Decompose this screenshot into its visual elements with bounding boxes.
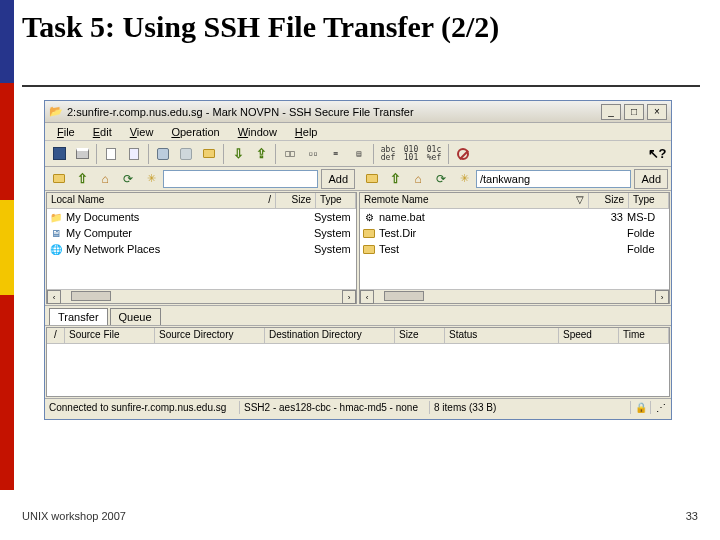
local-sort-icon[interactable]: / bbox=[268, 194, 271, 207]
remote-col-type[interactable]: Type bbox=[629, 193, 669, 208]
transfer-list[interactable] bbox=[47, 344, 669, 396]
app-icon: 📂 bbox=[49, 105, 63, 119]
menu-help[interactable]: Help bbox=[287, 125, 326, 139]
status-grip-icon[interactable]: ⋰ bbox=[651, 401, 671, 414]
menu-view[interactable]: View bbox=[122, 125, 162, 139]
bottom-tabs: Transfer Queue bbox=[45, 306, 671, 326]
folder-icon bbox=[362, 226, 376, 240]
local-file-list[interactable]: 📁My DocumentsSystem 🖥My ComputerSystem 🌐… bbox=[47, 209, 356, 289]
list-item: 🌐My Network PlacesSystem bbox=[47, 241, 356, 257]
local-add-button[interactable]: Add bbox=[321, 169, 355, 189]
menu-operation[interactable]: Operation bbox=[163, 125, 227, 139]
transfer-col-time[interactable]: Time bbox=[619, 328, 669, 343]
scroll-left-icon: ‹ bbox=[47, 290, 61, 304]
download-icon[interactable]: ⇩ bbox=[227, 143, 249, 165]
local-hscroll[interactable]: ‹ › bbox=[47, 289, 356, 303]
remote-file-list[interactable]: ⚙name.bat33MS-D Test.DirFolde TestFolde bbox=[360, 209, 669, 289]
local-newfolder-icon[interactable] bbox=[48, 168, 70, 190]
folder-icon: 📁 bbox=[49, 210, 63, 224]
transfer-col-status[interactable]: Status bbox=[445, 328, 559, 343]
disconnect-icon[interactable] bbox=[175, 143, 197, 165]
location-bars: ⇧ ⌂ ⟳ ✳ Add ⇧ ⌂ ⟳ ✳ Add bbox=[45, 167, 671, 191]
remote-add-button[interactable]: Add bbox=[634, 169, 668, 189]
scroll-left-icon: ‹ bbox=[360, 290, 374, 304]
paste-icon[interactable] bbox=[123, 143, 145, 165]
remote-path-input[interactable] bbox=[476, 170, 631, 188]
maximize-button[interactable]: □ bbox=[624, 104, 644, 120]
transfer-col-source-dir[interactable]: Source Directory bbox=[155, 328, 265, 343]
list-item: 📁My DocumentsSystem bbox=[47, 209, 356, 225]
menu-window[interactable]: Window bbox=[230, 125, 285, 139]
remote-home-icon[interactable]: ⌂ bbox=[407, 168, 429, 190]
remote-sort-icon[interactable]: ▽ bbox=[576, 194, 584, 207]
local-favorite-icon[interactable]: ✳ bbox=[140, 168, 162, 190]
view-details-icon[interactable]: ▤ bbox=[348, 143, 370, 165]
remote-location-bar: ⇧ ⌂ ⟳ ✳ Add bbox=[358, 167, 671, 190]
view-large-icon[interactable]: □□ bbox=[279, 143, 301, 165]
menu-file[interactable]: File bbox=[49, 125, 83, 139]
transfer-col-speed[interactable]: Speed bbox=[559, 328, 619, 343]
titlebar[interactable]: 📂 2:sunfire-r.comp.nus.edu.sg - Mark NOV… bbox=[45, 101, 671, 123]
remote-newfolder-icon[interactable] bbox=[361, 168, 383, 190]
binary-mode-icon[interactable]: 010 101 bbox=[400, 143, 422, 165]
list-item: ⚙name.bat33MS-D bbox=[360, 209, 669, 225]
remote-col-name[interactable]: Remote Name bbox=[364, 194, 428, 207]
copy-icon[interactable] bbox=[100, 143, 122, 165]
window-title: 2:sunfire-r.comp.nus.edu.sg - Mark NOVPN… bbox=[67, 106, 601, 118]
ascii-mode-icon[interactable]: abc def bbox=[377, 143, 399, 165]
scroll-right-icon: › bbox=[655, 290, 669, 304]
remote-hscroll[interactable]: ‹ › bbox=[360, 289, 669, 303]
footer-left: UNIX workshop 2007 bbox=[22, 510, 126, 522]
ssh-file-transfer-window: 📂 2:sunfire-r.comp.nus.edu.sg - Mark NOV… bbox=[44, 100, 672, 420]
list-item: 🖥My ComputerSystem bbox=[47, 225, 356, 241]
menu-edit[interactable]: Edit bbox=[85, 125, 120, 139]
local-path-input[interactable] bbox=[163, 170, 318, 188]
status-items: 8 items (33 B) bbox=[430, 401, 631, 414]
print-icon[interactable] bbox=[71, 143, 93, 165]
transfer-col-dest-dir[interactable]: Destination Directory bbox=[265, 328, 395, 343]
minimize-button[interactable]: _ bbox=[601, 104, 621, 120]
local-col-size[interactable]: Size bbox=[276, 193, 316, 208]
list-item: Test.DirFolde bbox=[360, 225, 669, 241]
list-item: TestFolde bbox=[360, 241, 669, 257]
remote-favorite-icon[interactable]: ✳ bbox=[453, 168, 475, 190]
local-pane: Local Name/ Size Type 📁My DocumentsSyste… bbox=[46, 192, 357, 304]
network-icon: 🌐 bbox=[49, 242, 63, 256]
tab-queue[interactable]: Queue bbox=[110, 308, 161, 325]
remote-up-icon[interactable]: ⇧ bbox=[384, 168, 406, 190]
view-list-icon[interactable]: ≡ bbox=[325, 143, 347, 165]
footer-page-number: 33 bbox=[686, 510, 698, 522]
stop-icon[interactable] bbox=[452, 143, 474, 165]
transfer-col-source-file[interactable]: Source File bbox=[65, 328, 155, 343]
save-icon[interactable] bbox=[48, 143, 70, 165]
computer-icon: 🖥 bbox=[49, 226, 63, 240]
slide-title: Task 5: Using SSH File Transfer (2/2) bbox=[22, 10, 499, 43]
local-col-name[interactable]: Local Name bbox=[51, 194, 104, 207]
upload-icon[interactable]: ⇪ bbox=[250, 143, 272, 165]
local-up-icon[interactable]: ⇧ bbox=[71, 168, 93, 190]
connect-icon[interactable] bbox=[152, 143, 174, 165]
profiles-icon[interactable] bbox=[198, 143, 220, 165]
help-icon[interactable]: ↖? bbox=[646, 143, 668, 165]
view-small-icon[interactable]: ▫▫ bbox=[302, 143, 324, 165]
folder-icon bbox=[362, 242, 376, 256]
transfer-col-status-icon[interactable]: / bbox=[47, 328, 65, 343]
close-button[interactable]: × bbox=[647, 104, 667, 120]
remote-refresh-icon[interactable]: ⟳ bbox=[430, 168, 452, 190]
slide-sidebar-blue bbox=[0, 0, 14, 83]
batch-file-icon: ⚙ bbox=[362, 210, 376, 224]
statusbar: Connected to sunfire-r.comp.nus.edu.sg S… bbox=[45, 398, 671, 416]
file-panes: Local Name/ Size Type 📁My DocumentsSyste… bbox=[45, 191, 671, 306]
status-secure-icon: 🔒 bbox=[631, 401, 651, 414]
local-home-icon[interactable]: ⌂ bbox=[94, 168, 116, 190]
status-cipher: SSH2 - aes128-cbc - hmac-md5 - none bbox=[240, 401, 430, 414]
remote-col-size[interactable]: Size bbox=[589, 193, 629, 208]
tab-transfer[interactable]: Transfer bbox=[49, 308, 108, 325]
menubar: File Edit View Operation Window Help bbox=[45, 123, 671, 141]
title-underline bbox=[22, 85, 700, 87]
slide-sidebar-yellow bbox=[0, 200, 14, 295]
local-col-type[interactable]: Type bbox=[316, 193, 356, 208]
auto-mode-icon[interactable]: 01c %ef bbox=[423, 143, 445, 165]
local-refresh-icon[interactable]: ⟳ bbox=[117, 168, 139, 190]
transfer-col-size[interactable]: Size bbox=[395, 328, 445, 343]
